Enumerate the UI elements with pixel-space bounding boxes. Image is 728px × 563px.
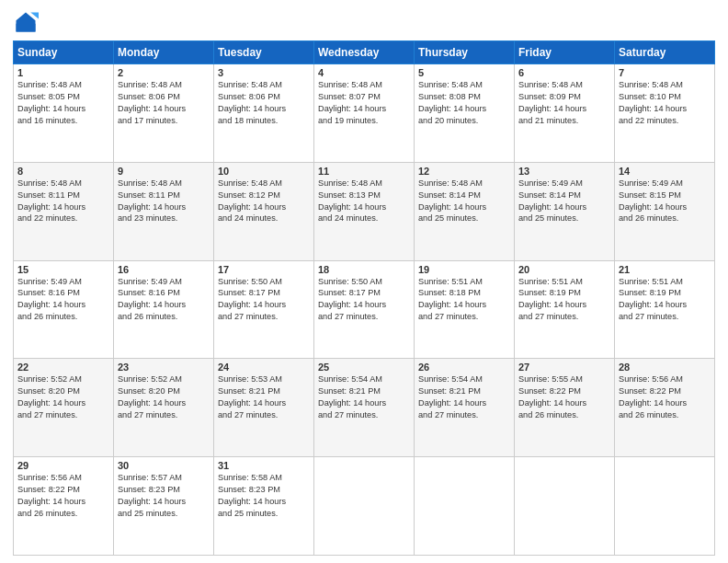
day-info: Sunrise: 5:56 AMSunset: 8:22 PMDaylight:… bbox=[17, 472, 109, 520]
day-info: Sunrise: 5:48 AMSunset: 8:12 PMDaylight:… bbox=[218, 178, 310, 225]
day-info: Sunrise: 5:53 AMSunset: 8:21 PMDaylight:… bbox=[218, 373, 310, 421]
calendar-cell bbox=[615, 457, 715, 556]
calendar-cell: 12Sunrise: 5:48 AMSunset: 8:14 PMDayligh… bbox=[415, 162, 515, 260]
day-info: Sunrise: 5:48 AMSunset: 8:13 PMDaylight:… bbox=[318, 178, 410, 225]
calendar-cell: 27Sunrise: 5:55 AMSunset: 8:22 PMDayligh… bbox=[515, 359, 615, 457]
calendar-cell: 24Sunrise: 5:53 AMSunset: 8:21 PMDayligh… bbox=[214, 359, 314, 457]
day-number: 5 bbox=[418, 67, 510, 78]
day-number: 23 bbox=[118, 362, 210, 373]
day-number: 30 bbox=[118, 460, 210, 471]
calendar-cell bbox=[515, 457, 615, 556]
calendar-cell: 18Sunrise: 5:50 AMSunset: 8:17 PMDayligh… bbox=[314, 260, 415, 359]
day-number: 4 bbox=[318, 67, 410, 78]
day-info: Sunrise: 5:48 AMSunset: 8:06 PMDaylight:… bbox=[118, 79, 210, 127]
header bbox=[13, 9, 715, 35]
col-tuesday: Tuesday bbox=[214, 41, 314, 64]
day-info: Sunrise: 5:51 AMSunset: 8:19 PMDaylight:… bbox=[619, 276, 711, 324]
day-info: Sunrise: 5:52 AMSunset: 8:20 PMDaylight:… bbox=[118, 373, 210, 421]
day-info: Sunrise: 5:49 AMSunset: 8:14 PMDaylight:… bbox=[518, 178, 610, 225]
logo bbox=[13, 9, 42, 35]
day-info: Sunrise: 5:57 AMSunset: 8:23 PMDaylight:… bbox=[118, 472, 210, 520]
day-info: Sunrise: 5:50 AMSunset: 8:17 PMDaylight:… bbox=[218, 276, 310, 324]
calendar-cell: 9Sunrise: 5:48 AMSunset: 8:11 PMDaylight… bbox=[114, 162, 214, 260]
calendar-cell: 29Sunrise: 5:56 AMSunset: 8:22 PMDayligh… bbox=[14, 457, 114, 556]
calendar-week-1: 1Sunrise: 5:48 AMSunset: 8:05 PMDaylight… bbox=[14, 64, 715, 163]
calendar-cell: 22Sunrise: 5:52 AMSunset: 8:20 PMDayligh… bbox=[14, 359, 114, 457]
calendar-cell: 6Sunrise: 5:48 AMSunset: 8:09 PMDaylight… bbox=[515, 64, 615, 163]
calendar-cell: 26Sunrise: 5:54 AMSunset: 8:21 PMDayligh… bbox=[415, 359, 515, 457]
calendar-week-5: 29Sunrise: 5:56 AMSunset: 8:22 PMDayligh… bbox=[14, 457, 715, 556]
day-number: 14 bbox=[619, 166, 711, 177]
day-info: Sunrise: 5:55 AMSunset: 8:22 PMDaylight:… bbox=[518, 373, 610, 421]
day-info: Sunrise: 5:51 AMSunset: 8:18 PMDaylight:… bbox=[418, 276, 510, 324]
day-info: Sunrise: 5:48 AMSunset: 8:10 PMDaylight:… bbox=[619, 79, 711, 127]
calendar-cell: 10Sunrise: 5:48 AMSunset: 8:12 PMDayligh… bbox=[214, 162, 314, 260]
day-info: Sunrise: 5:48 AMSunset: 8:11 PMDaylight:… bbox=[17, 178, 109, 225]
calendar-cell: 1Sunrise: 5:48 AMSunset: 8:05 PMDaylight… bbox=[14, 64, 114, 163]
day-number: 29 bbox=[17, 460, 109, 471]
calendar-week-2: 8Sunrise: 5:48 AMSunset: 8:11 PMDaylight… bbox=[14, 162, 715, 260]
calendar-cell: 19Sunrise: 5:51 AMSunset: 8:18 PMDayligh… bbox=[415, 260, 515, 359]
calendar-cell: 31Sunrise: 5:58 AMSunset: 8:23 PMDayligh… bbox=[214, 457, 314, 556]
day-number: 18 bbox=[318, 264, 410, 275]
col-sunday: Sunday bbox=[14, 41, 114, 64]
calendar-cell: 16Sunrise: 5:49 AMSunset: 8:16 PMDayligh… bbox=[114, 260, 214, 359]
day-number: 15 bbox=[17, 264, 109, 275]
day-number: 11 bbox=[318, 166, 410, 177]
day-info: Sunrise: 5:58 AMSunset: 8:23 PMDaylight:… bbox=[218, 472, 310, 520]
col-monday: Monday bbox=[114, 41, 214, 64]
col-thursday: Thursday bbox=[415, 41, 515, 64]
calendar-cell: 21Sunrise: 5:51 AMSunset: 8:19 PMDayligh… bbox=[615, 260, 715, 359]
day-number: 8 bbox=[17, 166, 109, 177]
calendar-week-3: 15Sunrise: 5:49 AMSunset: 8:16 PMDayligh… bbox=[14, 260, 715, 359]
col-wednesday: Wednesday bbox=[314, 41, 415, 64]
day-info: Sunrise: 5:52 AMSunset: 8:20 PMDaylight:… bbox=[17, 373, 109, 421]
day-number: 7 bbox=[619, 67, 711, 78]
day-number: 21 bbox=[619, 264, 711, 275]
day-number: 22 bbox=[17, 362, 109, 373]
day-info: Sunrise: 5:48 AMSunset: 8:08 PMDaylight:… bbox=[418, 79, 510, 127]
day-info: Sunrise: 5:49 AMSunset: 8:15 PMDaylight:… bbox=[619, 178, 711, 225]
calendar-cell: 4Sunrise: 5:48 AMSunset: 8:07 PMDaylight… bbox=[314, 64, 415, 163]
day-number: 9 bbox=[118, 166, 210, 177]
calendar-table: Sunday Monday Tuesday Wednesday Thursday… bbox=[13, 40, 715, 556]
calendar-cell: 8Sunrise: 5:48 AMSunset: 8:11 PMDaylight… bbox=[14, 162, 114, 260]
calendar-cell: 20Sunrise: 5:51 AMSunset: 8:19 PMDayligh… bbox=[515, 260, 615, 359]
day-number: 27 bbox=[518, 362, 610, 373]
day-number: 1 bbox=[17, 67, 109, 78]
day-info: Sunrise: 5:54 AMSunset: 8:21 PMDaylight:… bbox=[418, 373, 510, 421]
day-info: Sunrise: 5:54 AMSunset: 8:21 PMDaylight:… bbox=[318, 373, 410, 421]
calendar-week-4: 22Sunrise: 5:52 AMSunset: 8:20 PMDayligh… bbox=[14, 359, 715, 457]
day-number: 28 bbox=[619, 362, 711, 373]
day-number: 12 bbox=[418, 166, 510, 177]
logo-icon bbox=[13, 9, 39, 35]
day-info: Sunrise: 5:49 AMSunset: 8:16 PMDaylight:… bbox=[17, 276, 109, 324]
calendar-cell: 15Sunrise: 5:49 AMSunset: 8:16 PMDayligh… bbox=[14, 260, 114, 359]
day-number: 6 bbox=[518, 67, 610, 78]
day-number: 13 bbox=[518, 166, 610, 177]
day-info: Sunrise: 5:51 AMSunset: 8:19 PMDaylight:… bbox=[518, 276, 610, 324]
calendar-cell: 5Sunrise: 5:48 AMSunset: 8:08 PMDaylight… bbox=[415, 64, 515, 163]
day-number: 26 bbox=[418, 362, 510, 373]
calendar-cell: 30Sunrise: 5:57 AMSunset: 8:23 PMDayligh… bbox=[114, 457, 214, 556]
calendar-cell: 14Sunrise: 5:49 AMSunset: 8:15 PMDayligh… bbox=[615, 162, 715, 260]
day-number: 17 bbox=[218, 264, 310, 275]
day-info: Sunrise: 5:48 AMSunset: 8:07 PMDaylight:… bbox=[318, 79, 410, 127]
day-number: 3 bbox=[218, 67, 310, 78]
day-number: 2 bbox=[118, 67, 210, 78]
col-saturday: Saturday bbox=[615, 41, 715, 64]
page: Sunday Monday Tuesday Wednesday Thursday… bbox=[0, 0, 728, 563]
header-row: Sunday Monday Tuesday Wednesday Thursday… bbox=[14, 41, 715, 64]
day-number: 24 bbox=[218, 362, 310, 373]
calendar-cell: 23Sunrise: 5:52 AMSunset: 8:20 PMDayligh… bbox=[114, 359, 214, 457]
calendar-cell: 28Sunrise: 5:56 AMSunset: 8:22 PMDayligh… bbox=[615, 359, 715, 457]
day-number: 20 bbox=[518, 264, 610, 275]
day-info: Sunrise: 5:56 AMSunset: 8:22 PMDaylight:… bbox=[619, 373, 711, 421]
calendar-cell: 13Sunrise: 5:49 AMSunset: 8:14 PMDayligh… bbox=[515, 162, 615, 260]
day-number: 31 bbox=[218, 460, 310, 471]
day-info: Sunrise: 5:50 AMSunset: 8:17 PMDaylight:… bbox=[318, 276, 410, 324]
day-info: Sunrise: 5:48 AMSunset: 8:09 PMDaylight:… bbox=[518, 79, 610, 127]
day-info: Sunrise: 5:49 AMSunset: 8:16 PMDaylight:… bbox=[118, 276, 210, 324]
day-number: 16 bbox=[118, 264, 210, 275]
calendar-cell: 2Sunrise: 5:48 AMSunset: 8:06 PMDaylight… bbox=[114, 64, 214, 163]
